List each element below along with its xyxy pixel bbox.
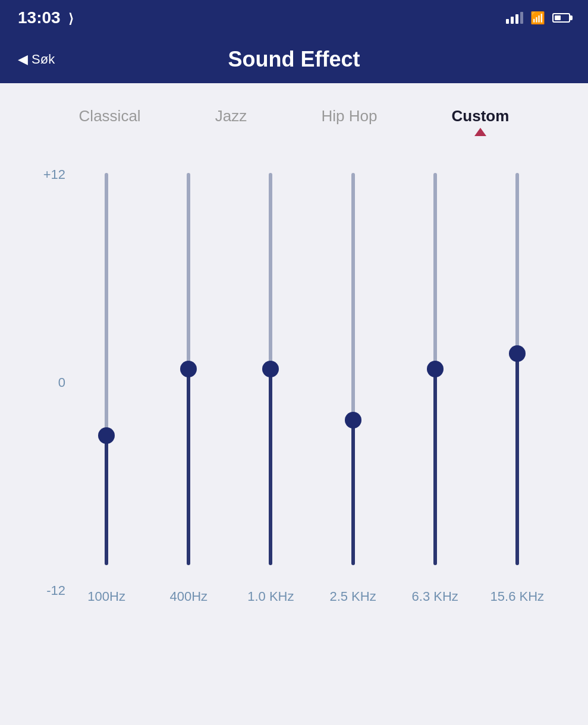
tab-jazz[interactable]: Jazz [215, 107, 247, 131]
slider-thumb[interactable] [345, 412, 361, 428]
wifi-icon: 📶 [530, 11, 545, 25]
battery-icon [552, 13, 570, 23]
slider-track-wrap [323, 167, 383, 571]
slider-track-wrap [488, 167, 547, 571]
slider-track [515, 173, 519, 565]
slider-track-upper [351, 173, 355, 420]
slider-track-lower [105, 436, 108, 565]
slider-col-100Hz[interactable] [77, 167, 136, 571]
y-axis: +12 0 -12 [30, 161, 65, 604]
freq-label-2.5KHz: 2.5 KHz [323, 589, 383, 604]
signal-bars-icon [506, 12, 523, 24]
slider-track [105, 173, 108, 565]
tab-custom[interactable]: Custom [452, 107, 510, 131]
slider-track [187, 173, 190, 565]
status-time: 13:03 ⟩ [18, 8, 74, 27]
main-content: Classical Jazz Hip Hop Custom +12 0 -12 [0, 83, 588, 628]
status-bar: 13:03 ⟩ 📶 [0, 0, 588, 36]
back-button[interactable]: ◀ Søk [18, 52, 55, 67]
slider-track-lower [515, 354, 519, 565]
slider-col-2.5KHz[interactable] [323, 167, 383, 571]
freq-label-6.3KHz: 6.3 KHz [405, 589, 465, 604]
slider-track-wrap [241, 167, 300, 571]
slider-track-upper [187, 173, 190, 369]
freq-label-100Hz: 100Hz [77, 589, 136, 604]
slider-track-upper [269, 173, 272, 369]
slider-thumb[interactable] [98, 427, 115, 444]
equalizer: +12 0 -12 [30, 161, 558, 604]
freq-label-400Hz: 400Hz [159, 589, 218, 604]
tab-hiphop[interactable]: Hip Hop [321, 107, 377, 131]
slider-col-1.0KHz[interactable] [241, 167, 300, 571]
freq-label-1.0KHz: 1.0 KHz [241, 589, 300, 604]
sliders-row [65, 161, 558, 577]
y-label-bottom: -12 [30, 583, 65, 598]
slider-track [269, 173, 272, 565]
slider-track-wrap [77, 167, 136, 571]
slider-track [351, 173, 355, 565]
nav-bar: ◀ Søk Sound Effect [0, 36, 588, 83]
slider-col-6.3KHz[interactable] [405, 167, 465, 571]
slider-track-upper [515, 173, 519, 354]
slider-track-lower [433, 369, 437, 565]
slider-thumb[interactable] [427, 361, 444, 377]
slider-thumb[interactable] [262, 361, 279, 377]
status-icons: 📶 [506, 11, 570, 25]
slider-col-15.6KHz[interactable] [488, 167, 547, 571]
slider-track-lower [187, 369, 190, 565]
slider-thumb[interactable] [509, 345, 526, 362]
slider-track-upper [433, 173, 437, 369]
slider-track-lower [351, 420, 355, 565]
active-tab-indicator [474, 128, 486, 136]
slider-track-lower [269, 369, 272, 565]
location-icon: ⟩ [68, 11, 74, 26]
slider-thumb[interactable] [180, 361, 197, 377]
slider-track-upper [105, 173, 108, 436]
freq-label-15.6KHz: 15.6 KHz [488, 589, 547, 604]
slider-track-wrap [159, 167, 218, 571]
slider-col-400Hz[interactable] [159, 167, 218, 571]
slider-track-wrap [405, 167, 465, 571]
sliders-area: 100Hz400Hz1.0 KHz2.5 KHz6.3 KHz15.6 KHz [65, 161, 558, 604]
y-label-mid: 0 [30, 375, 65, 390]
y-label-top: +12 [30, 167, 65, 182]
freq-labels: 100Hz400Hz1.0 KHz2.5 KHz6.3 KHz15.6 KHz [65, 577, 558, 604]
preset-tabs: Classical Jazz Hip Hop Custom [30, 107, 558, 131]
slider-track [433, 173, 437, 565]
page-title: Sound Effect [228, 47, 360, 72]
tab-classical[interactable]: Classical [79, 107, 141, 131]
